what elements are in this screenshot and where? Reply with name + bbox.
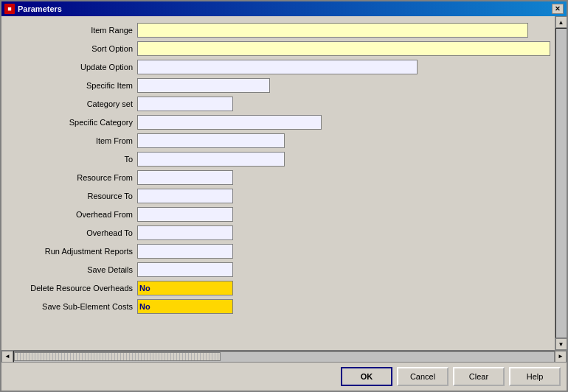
title-bar: ■ Parameters ✕ — [1, 1, 567, 16]
label-overhead-to: Overhead To — [4, 228, 137, 237]
label-resource-to: Resource To — [4, 192, 137, 200]
input-specific-category[interactable] — [137, 115, 322, 130]
horizontal-scrollbar[interactable]: ◄ ► — [1, 350, 567, 362]
label-save-sub-element-costs: Save Sub-Element Costs — [4, 302, 137, 311]
field-row-category-set: Category set — [4, 96, 552, 112]
close-button[interactable]: ✕ — [552, 4, 564, 14]
label-delete-resource-overheads: Delete Resource Overheads — [4, 284, 137, 293]
window-icon: ■ — [4, 4, 15, 14]
scroll-down-button[interactable]: ▼ — [555, 338, 567, 350]
input-resource-from[interactable] — [137, 170, 233, 185]
label-sort-option: Sort Option — [4, 44, 137, 53]
field-row-specific-item: Specific Item — [4, 77, 552, 94]
field-row-item-from: Item From — [4, 133, 552, 149]
field-row-overhead-to: Overhead To — [4, 225, 552, 241]
field-row-resource-from: Resource From — [4, 169, 552, 186]
field-row-specific-category: Specific Category — [4, 114, 552, 130]
label-overhead-from: Overhead From — [4, 210, 137, 219]
input-item-range[interactable] — [137, 23, 528, 38]
field-row-save-sub-element-costs: Save Sub-Element Costs — [4, 298, 552, 315]
field-row-overhead-from: Overhead From — [4, 206, 552, 223]
input-run-adjustment-reports[interactable] — [137, 244, 233, 259]
button-bar: OK Cancel Clear Help — [1, 362, 567, 391]
label-specific-category: Specific Category — [4, 118, 137, 127]
label-update-option: Update Option — [4, 63, 137, 71]
scroll-track — [555, 28, 567, 338]
label-item-to: To — [4, 155, 137, 164]
main-content: Item Range Sort Option Update Option Spe… — [1, 16, 555, 350]
field-row-delete-resource-overheads: Delete Resource Overheads — [4, 280, 552, 296]
field-row-resource-to: Resource To — [4, 188, 552, 204]
label-item-from: Item From — [4, 136, 137, 145]
field-row-item-to: To — [4, 151, 552, 167]
input-overhead-from[interactable] — [137, 207, 233, 222]
scroll-left-button[interactable]: ◄ — [1, 351, 13, 363]
content-area: Item Range Sort Option Update Option Spe… — [1, 16, 567, 350]
input-save-sub-element-costs[interactable] — [137, 299, 233, 314]
field-row-sort-option: Sort Option — [4, 41, 552, 57]
input-category-set[interactable] — [137, 97, 233, 111]
parameters-window: ■ Parameters ✕ Item Range Sort Option Up… — [0, 0, 568, 392]
vertical-scrollbar[interactable]: ▲ ▼ — [555, 16, 567, 350]
ok-button[interactable]: OK — [341, 367, 392, 386]
input-delete-resource-overheads[interactable] — [137, 281, 233, 295]
input-save-details[interactable] — [137, 262, 233, 277]
input-specific-item[interactable] — [137, 78, 270, 93]
label-specific-item: Specific Item — [4, 81, 137, 90]
hscroll-track — [13, 351, 555, 363]
input-sort-option[interactable] — [137, 41, 550, 56]
field-row-save-details: Save Details — [4, 262, 552, 278]
scroll-up-button[interactable]: ▲ — [555, 16, 567, 28]
label-resource-from: Resource From — [4, 173, 137, 182]
input-item-to[interactable] — [137, 152, 285, 167]
input-update-option[interactable] — [137, 60, 418, 74]
input-item-from[interactable] — [137, 133, 285, 148]
window-title: Parameters — [18, 4, 552, 13]
label-save-details: Save Details — [4, 265, 137, 274]
hscroll-thumb — [14, 352, 221, 361]
scroll-right-button[interactable]: ► — [555, 351, 567, 363]
input-resource-to[interactable] — [137, 189, 233, 203]
label-item-range: Item Range — [4, 26, 137, 35]
field-row-update-option: Update Option — [4, 59, 552, 75]
label-run-adjustment-reports: Run Adjustment Reports — [4, 247, 137, 256]
field-row-run-adjustment-reports: Run Adjustment Reports — [4, 243, 552, 259]
cancel-button[interactable]: Cancel — [397, 367, 448, 386]
clear-button[interactable]: Clear — [453, 367, 505, 386]
help-button[interactable]: Help — [509, 367, 561, 386]
label-category-set: Category set — [4, 99, 137, 108]
field-row-item-range: Item Range — [4, 22, 552, 38]
input-overhead-to[interactable] — [137, 225, 233, 240]
